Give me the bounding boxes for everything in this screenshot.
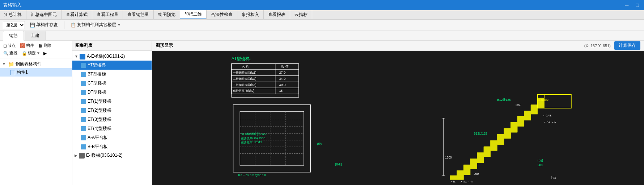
minimize-button[interactable]: ─ bbox=[623, 1, 631, 9]
left-toolbar: ◻ 节点 🧱 构件 🗑 删除 🔍 查找 🔒 锁定 ▼ ▶ bbox=[0, 41, 72, 58]
svg-text:ln/4: ln/4 bbox=[516, 103, 521, 107]
atlas-tree: ▼ A-E楼梯(03G101-2) AT型楼梯 BT型楼梯 CT型楼梯 DT型楼… bbox=[72, 51, 152, 185]
calc-save-button[interactable]: 计算保存 bbox=[614, 41, 640, 50]
svg-text:15: 15 bbox=[279, 89, 283, 92]
tree-folder-rebar-table[interactable]: ▼ 📁 钢筋表格构件 bbox=[0, 60, 72, 68]
find-icon: 🔍 bbox=[3, 51, 9, 56]
svg-text:40 D: 40 D bbox=[279, 83, 286, 87]
tab-validity[interactable]: 合法性检查 bbox=[207, 10, 237, 19]
lock-button[interactable]: 🔒 锁定 ▼ bbox=[20, 50, 42, 57]
svg-text:34 D: 34 D bbox=[279, 77, 286, 81]
svg-text:一级钢筋锚固(la1): 一级钢筋锚固(la1) bbox=[233, 71, 257, 74]
atlas-item-icon-at bbox=[81, 63, 86, 68]
svg-text:ln/4: ln/4 bbox=[551, 176, 556, 180]
atlas-item-icon-et2 bbox=[81, 108, 86, 113]
svg-text:200: 200 bbox=[538, 163, 543, 167]
tab-cloud-index[interactable]: 云指标 bbox=[290, 10, 312, 19]
atlas-item-dt[interactable]: DT型楼梯 bbox=[72, 88, 152, 97]
delete-icon: 🗑 bbox=[38, 43, 43, 48]
atlas-panel: 图集列表 ▼ A-E楼梯(03G101-2) AT型楼梯 BT型楼梯 CT型楼梯 bbox=[72, 41, 152, 185]
copy-to-floor-button[interactable]: 📋 复制构件到其它楼层 ▼ bbox=[67, 20, 124, 29]
copy-icon: 📋 bbox=[71, 22, 76, 28]
svg-text:保护层厚度(bhc): 保护层厚度(bhc) bbox=[233, 89, 254, 92]
node-button[interactable]: ◻ 节点 bbox=[1, 42, 17, 49]
delete-button[interactable]: 🗑 删除 bbox=[37, 42, 53, 49]
restore-button[interactable]: □ bbox=[634, 1, 641, 9]
find-button[interactable]: 🔍 查找 bbox=[1, 50, 19, 57]
tree-item-component1[interactable]: 构件1 bbox=[0, 68, 72, 77]
atlas-group2-icon bbox=[79, 153, 85, 159]
tab-summary-selected[interactable]: 汇总选中图元 bbox=[26, 10, 62, 19]
expand-icon-2: ▶ bbox=[75, 153, 77, 157]
tab-drawing-preview[interactable]: 绘图预览 bbox=[154, 10, 180, 19]
svg-text:二级钢筋锚固(la2): 二级钢筋锚固(la2) bbox=[233, 77, 257, 81]
atlas-item-et4[interactable]: ET(4)型楼梯 bbox=[72, 124, 152, 133]
tab-2d-edit[interactable]: 印把二维 bbox=[180, 10, 207, 19]
svg-text:(bg): (bg) bbox=[538, 159, 543, 162]
atlas-item-icon-et4 bbox=[81, 126, 86, 131]
header-right-controls: (X: 167 Y: 651) 计算保存 bbox=[584, 41, 640, 50]
folder-icon: 📁 bbox=[8, 61, 14, 67]
drawing-title: 图形显示 bbox=[156, 42, 173, 49]
atlas-group-ei[interactable]: ▶ E-I楼梯(03G101-2) bbox=[72, 151, 152, 160]
svg-text:AT 踏板厚度(h):120: AT 踏板厚度(h):120 bbox=[241, 132, 267, 136]
atlas-item-icon-et1 bbox=[81, 99, 86, 104]
atlas-item-icon-aa bbox=[81, 135, 86, 140]
tab-view-formula[interactable]: 查看计算式 bbox=[62, 10, 92, 19]
atlas-item-aa[interactable]: A-A平台板 bbox=[72, 133, 152, 142]
node-icon: ◻ bbox=[3, 43, 7, 48]
svg-text:>=5d, >=h: >=5d, >=h bbox=[544, 121, 556, 124]
atlas-item-icon-bt bbox=[81, 72, 86, 77]
svg-text:>=0.4lk: >=0.4lk bbox=[543, 114, 552, 117]
main-content: ◻ 节点 🧱 构件 🗑 删除 🔍 查找 🔒 锁定 ▼ ▶ bbox=[0, 41, 644, 185]
lock-dropdown-icon: ▼ bbox=[37, 51, 40, 55]
tab-view-report[interactable]: 查看报表 bbox=[264, 10, 290, 19]
atlas-item-et1[interactable]: ET(1)型楼梯 bbox=[72, 97, 152, 106]
svg-text:>=la: >=la bbox=[450, 180, 456, 183]
title-bar-controls: ─ □ bbox=[623, 1, 641, 9]
coordinates-display: (X: 167 Y: 651) bbox=[584, 44, 611, 48]
more-tools-button[interactable]: ▶ bbox=[43, 50, 47, 57]
tab-rebar[interactable]: 钢筋 bbox=[3, 31, 24, 41]
svg-text:踏步级高(sh):1500: 踏步级高(sh):1500 bbox=[241, 136, 266, 140]
drawing-header: 图形显示 (X: 167 Y: 651) 计算保存 bbox=[152, 41, 644, 51]
atlas-item-et3[interactable]: ET(3)型楼梯 bbox=[72, 115, 152, 124]
toolbar: 第2层 💾 单构件存盘 📋 复制构件到其它楼层 ▼ bbox=[0, 20, 644, 30]
component-button[interactable]: 🧱 构件 bbox=[18, 42, 36, 49]
atlas-item-icon-bb bbox=[81, 144, 86, 149]
tab-view-qty[interactable]: 查看工程量 bbox=[92, 10, 123, 19]
title-bar-text: 表格输入 bbox=[3, 2, 22, 8]
svg-text:B12@125: B12@125 bbox=[497, 98, 511, 102]
svg-text:三级钢筋锚固(la3): 三级钢筋锚固(la3) bbox=[233, 83, 257, 87]
component-item-icon bbox=[10, 70, 15, 75]
top-nav: 汇总计算 汇总选中图元 查看计算式 查看工程量 查看钢筋量 绘图预览 印把二维 … bbox=[0, 10, 644, 20]
cad-drawing-area[interactable]: AT型楼梯: 名 称 数 值 一级钢筋锚固(la1) 27 D 二级钢筋锚固(l… bbox=[152, 51, 644, 185]
left-panel: ◻ 节点 🧱 构件 🗑 删除 🔍 查找 🔒 锁定 ▼ ▶ bbox=[0, 41, 72, 185]
layer-select[interactable]: 第2层 bbox=[3, 21, 25, 29]
single-save-button[interactable]: 💾 单构件存盘 bbox=[26, 20, 61, 29]
toolbar-divider bbox=[64, 21, 64, 29]
atlas-group-ae[interactable]: ▼ A-E楼梯(03G101-2) bbox=[72, 52, 152, 61]
tab-summary-calc[interactable]: 汇总计算 bbox=[0, 10, 26, 19]
atlas-item-et2[interactable]: ET(2)型楼梯 bbox=[72, 106, 152, 115]
svg-text:踏步距离:12B12: 踏步距离:12B12 bbox=[241, 140, 262, 144]
svg-text:lsn = bs * m @80 * ll: lsn = bs * m @80 * ll bbox=[238, 173, 266, 177]
folder-expand-icon: ▼ bbox=[2, 62, 7, 66]
drawing-panel: 图形显示 (X: 167 Y: 651) 计算保存 AT型楼梯: 名 称 数 值 bbox=[152, 41, 644, 185]
atlas-item-ct[interactable]: CT型楼梯 bbox=[72, 79, 152, 88]
atlas-item-icon-et3 bbox=[81, 117, 86, 122]
svg-text:(tbjk): (tbjk) bbox=[335, 163, 342, 166]
atlas-item-at[interactable]: AT型楼梯 bbox=[72, 61, 152, 70]
svg-text:1600: 1600 bbox=[445, 156, 452, 159]
svg-text:数 值: 数 值 bbox=[281, 65, 289, 69]
title-bar: 表格输入 ─ □ bbox=[0, 0, 644, 10]
atlas-item-icon-ct bbox=[81, 81, 86, 86]
svg-text:名 称: 名 称 bbox=[242, 65, 249, 69]
atlas-item-bb[interactable]: B-B平台板 bbox=[72, 142, 152, 151]
atlas-item-bt[interactable]: BT型楼梯 bbox=[72, 70, 152, 79]
svg-text:B12@125: B12@125 bbox=[474, 132, 487, 135]
tab-report-check[interactable]: 事报检入 bbox=[237, 10, 264, 19]
tab-view-rebar[interactable]: 查看钢筋量 bbox=[123, 10, 154, 19]
cad-svg: AT型楼梯: 名 称 数 值 一级钢筋锚固(la1) 27 D 二级钢筋锚固(l… bbox=[152, 51, 644, 185]
tab-civil[interactable]: 土建 bbox=[25, 31, 46, 40]
